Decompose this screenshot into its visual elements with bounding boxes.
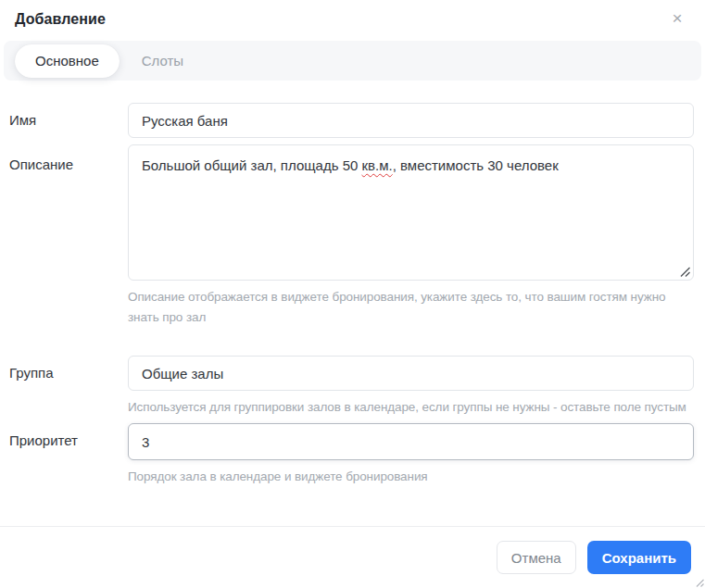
priority-label: Приоритет <box>9 423 128 448</box>
priority-hint: Порядок зала в календаре и виджете брони… <box>128 467 694 487</box>
group-hint: Используется для группировки залов в кал… <box>128 397 694 418</box>
tab-bar: Основное Слоты <box>4 41 701 81</box>
name-label: Имя <box>9 103 128 128</box>
group-row: Группа Используется для группировки зало… <box>9 356 694 418</box>
add-hall-dialog: Добавление × Основное Слоты Имя Описание… <box>0 0 705 588</box>
group-label: Группа <box>9 356 128 381</box>
priority-input[interactable] <box>128 423 694 460</box>
dialog-title: Добавление <box>15 11 690 28</box>
tab-main[interactable]: Основное <box>15 44 120 78</box>
tab-slots[interactable]: Слоты <box>138 53 187 69</box>
description-text-after: , вместимость 30 человек <box>393 157 559 173</box>
description-row: Описание Большой общий зал, площадь 50 к… <box>9 144 694 328</box>
description-text-before: Большой общий зал, площадь 50 <box>142 157 362 173</box>
close-icon[interactable]: × <box>666 7 688 30</box>
form-area: Имя Описание Большой общий зал, площадь … <box>0 81 705 487</box>
cancel-button[interactable]: Отмена <box>497 541 576 574</box>
textarea-resize-grip-icon[interactable] <box>680 267 690 277</box>
name-input[interactable] <box>128 103 694 138</box>
save-button[interactable]: Сохранить <box>587 541 691 574</box>
description-hint: Описание отображается в виджете брониров… <box>128 287 694 328</box>
dialog-footer: Отмена Сохранить <box>0 526 705 588</box>
tab-slots-label: Слоты <box>142 53 183 69</box>
description-textarea[interactable]: Большой общий зал, площадь 50 кв.м., вме… <box>128 144 694 281</box>
group-input[interactable] <box>128 356 694 391</box>
name-row: Имя <box>9 103 694 138</box>
description-label: Описание <box>9 144 128 172</box>
description-misspelled-word: кв.м. <box>362 157 393 173</box>
priority-row: Приоритет Порядок зала в календаре и вид… <box>9 423 694 487</box>
tab-main-label: Основное <box>35 53 99 69</box>
dialog-header: Добавление × <box>0 0 705 28</box>
dialog-resize-grip-icon[interactable] <box>695 578 704 587</box>
